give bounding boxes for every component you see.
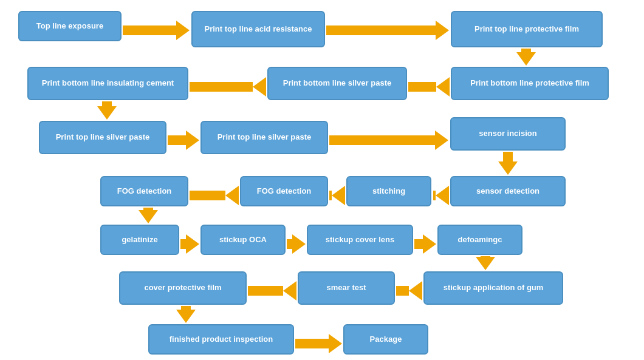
arrow-a6 xyxy=(97,101,117,120)
print-bottom-insulating: Print bottom line insulating cement xyxy=(27,67,188,100)
sensor-detection: sensor detection xyxy=(450,176,566,206)
arrow-a8 xyxy=(329,131,448,150)
package: Package xyxy=(343,324,428,355)
sensor-incision: sensor incision xyxy=(450,117,566,151)
print-bottom-silver: Print bottom line silver paste xyxy=(267,67,407,100)
arrow-a1 xyxy=(123,21,190,40)
print-top-silver1: Print top line silver paste xyxy=(39,121,166,154)
smear-test: smear test xyxy=(298,271,395,305)
arrow-a10 xyxy=(433,186,449,205)
arrow-a21 xyxy=(295,334,342,353)
fog-detection1: FOG detection xyxy=(100,176,188,206)
arrow-a16 xyxy=(414,234,436,254)
arrow-a12 xyxy=(190,186,239,205)
arrow-a2 xyxy=(326,21,449,40)
print-top-line-pfilm: Print top line protective film xyxy=(451,11,603,47)
print-bottom-pfilm: Print bottom line protective film xyxy=(451,67,609,100)
finished-product: finished product inspection xyxy=(148,324,294,355)
cover-protective-film: cover protective film xyxy=(119,271,247,305)
arrow-a18 xyxy=(396,281,422,301)
arrow-a14 xyxy=(180,234,199,254)
stitching: stitching xyxy=(346,176,431,206)
arrow-a3 xyxy=(516,49,536,66)
arrow-a5 xyxy=(190,77,266,97)
gelatinize: gelatinize xyxy=(100,225,179,255)
stickup-cover-lens: stickup cover lens xyxy=(307,225,413,255)
arrow-a15 xyxy=(287,234,306,254)
print-top-silver2: Print top line silver paste xyxy=(200,121,328,154)
fog-detection2: FOG detection xyxy=(240,176,328,206)
arrow-a7 xyxy=(168,131,199,150)
arrow-a20 xyxy=(176,306,196,323)
flow-diagram: Top line exposurePrint top line acid res… xyxy=(0,0,644,360)
stickup-application: stickup application of gum xyxy=(423,271,563,305)
print-top-line-acid: Print top line acid resistance xyxy=(191,11,325,47)
arrow-a17 xyxy=(476,256,495,270)
top-line-exposure: Top line exposure xyxy=(18,11,122,41)
arrow-a13 xyxy=(139,208,158,223)
arrow-a11 xyxy=(329,186,345,205)
arrow-a4 xyxy=(408,77,450,97)
stickup-oca: stickup OCA xyxy=(200,225,286,255)
defoamingc: defoamingc xyxy=(437,225,522,255)
arrow-a19 xyxy=(248,281,296,301)
arrow-a9 xyxy=(498,152,518,175)
